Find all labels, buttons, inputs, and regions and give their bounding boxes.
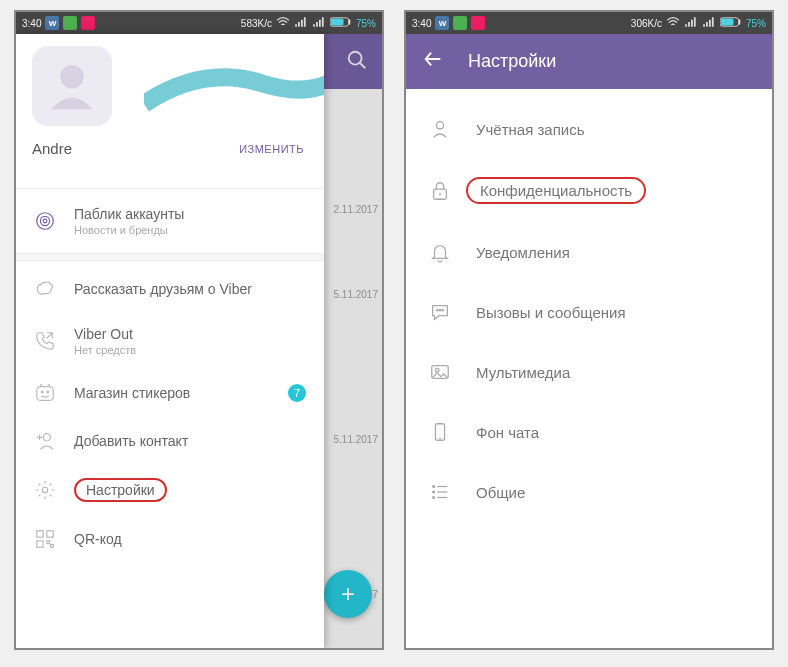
menu-sublabel: Новости и бренды xyxy=(74,224,184,236)
svg-point-6 xyxy=(37,213,54,230)
battery-icon xyxy=(330,16,352,30)
settings-label: Учётная запись xyxy=(476,121,585,138)
sticker-badge: 7 xyxy=(288,384,306,402)
chat-date: 5.11.2017 xyxy=(334,289,379,300)
svg-rect-1 xyxy=(331,19,344,26)
svg-point-3 xyxy=(349,51,362,64)
settings-media[interactable]: Мультимедиа xyxy=(406,342,772,402)
nav-drawer: Andre ИЗМЕНИТЬ Паблик аккаунты Новости и… xyxy=(16,34,324,648)
settings-label: Конфиденциальность xyxy=(480,182,632,199)
status-bar: 3:40 W 306K/с 75% xyxy=(406,12,772,34)
status-bar: 3:40 W 583K/с 75% xyxy=(16,12,382,34)
edit-link[interactable]: ИЗМЕНИТЬ xyxy=(239,143,304,155)
phone-left: 3:40 W 583K/с 75% xyxy=(14,10,384,650)
settings-label: Вызовы и сообщения xyxy=(476,304,626,321)
svg-point-36 xyxy=(433,497,435,499)
menu-tell-friends[interactable]: Рассказать друзьям о Viber xyxy=(16,265,324,313)
page-title: Настройки xyxy=(468,51,556,72)
menu-label: Паблик аккаунты xyxy=(74,206,184,222)
lock-icon xyxy=(428,179,452,203)
chat-date: 2.11.2017 xyxy=(334,204,379,215)
image-icon xyxy=(428,360,452,384)
svg-rect-21 xyxy=(739,19,741,24)
vk-icon: W xyxy=(45,16,59,30)
gear-icon xyxy=(34,479,56,501)
signal-icon xyxy=(294,15,308,31)
viber-logo-icon xyxy=(34,210,56,232)
menu-qr[interactable]: QR-код xyxy=(16,515,324,563)
svg-rect-30 xyxy=(435,424,444,441)
menu-add-contact[interactable]: Добавить контакт xyxy=(16,417,324,465)
net-speed: 583K/с xyxy=(241,18,272,29)
svg-point-12 xyxy=(43,434,50,441)
menu-label: Добавить контакт xyxy=(74,433,188,449)
svg-rect-15 xyxy=(47,531,53,537)
svg-rect-2 xyxy=(349,19,351,24)
sticker-icon xyxy=(34,382,56,404)
decorative-swoosh xyxy=(144,54,324,144)
status-app-icon xyxy=(63,16,77,30)
menu-label: Магазин стикеров xyxy=(74,385,190,401)
menu-label: Рассказать друзьям о Viber xyxy=(74,281,252,297)
clock: 3:40 xyxy=(412,18,431,29)
wifi-icon xyxy=(666,15,680,31)
phone-frame-icon xyxy=(428,420,452,444)
highlight-privacy: Конфиденциальность xyxy=(466,177,646,204)
status-app-icon xyxy=(453,16,467,30)
settings-privacy[interactable]: Конфиденциальность xyxy=(406,159,772,222)
svg-rect-18 xyxy=(51,545,54,548)
menu-public-accounts[interactable]: Паблик аккаунты Новости и бренды xyxy=(16,193,324,249)
settings-label: Уведомления xyxy=(476,244,570,261)
svg-rect-9 xyxy=(37,387,54,401)
menu-viber-out[interactable]: Viber Out Нет средств xyxy=(16,313,324,369)
battery-icon xyxy=(720,16,742,30)
menu-label: Viber Out xyxy=(74,326,133,342)
qr-icon xyxy=(34,528,56,550)
svg-point-25 xyxy=(437,309,438,310)
fab-new[interactable]: + xyxy=(324,570,372,618)
list-icon xyxy=(428,480,452,504)
settings-notifications[interactable]: Уведомления xyxy=(406,222,772,282)
add-contact-icon xyxy=(34,430,56,452)
menu-settings[interactable]: Настройки xyxy=(16,465,324,515)
profile-area: Andre ИЗМЕНИТЬ xyxy=(16,34,324,189)
clock: 3:40 xyxy=(22,18,41,29)
menu-sublabel: Нет средств xyxy=(74,344,136,356)
settings-label: Фон чата xyxy=(476,424,539,441)
account-icon xyxy=(428,117,452,141)
svg-point-5 xyxy=(60,65,83,88)
menu-stickers[interactable]: Магазин стикеров 7 xyxy=(16,369,324,417)
bird-icon xyxy=(34,278,56,300)
svg-point-22 xyxy=(436,122,443,129)
svg-line-4 xyxy=(360,62,366,68)
svg-point-11 xyxy=(47,391,49,393)
signal-icon-2 xyxy=(312,15,326,31)
bell-icon xyxy=(428,240,452,264)
settings-general[interactable]: Общие xyxy=(406,462,772,522)
phone-out-icon xyxy=(34,330,56,352)
avatar[interactable] xyxy=(32,46,112,126)
phone-right: 3:40 W 306K/с 75% Нас xyxy=(404,10,774,650)
settings-background[interactable]: Фон чата xyxy=(406,402,772,462)
settings-header: Настройки xyxy=(406,34,772,89)
svg-rect-17 xyxy=(47,541,50,544)
back-icon[interactable] xyxy=(422,48,444,75)
menu-label: QR-код xyxy=(74,531,122,547)
signal-icon xyxy=(684,15,698,31)
svg-point-13 xyxy=(42,487,48,493)
settings-label: Общие xyxy=(476,484,525,501)
net-speed: 306K/с xyxy=(631,18,662,29)
svg-rect-16 xyxy=(37,541,43,547)
settings-calls[interactable]: Вызовы и сообщения xyxy=(406,282,772,342)
settings-label: Мультимедиа xyxy=(476,364,570,381)
settings-account[interactable]: Учётная запись xyxy=(406,99,772,159)
search-icon[interactable] xyxy=(346,49,368,75)
svg-rect-20 xyxy=(721,19,734,26)
svg-point-32 xyxy=(433,486,435,488)
chat-date: 5.11.2017 xyxy=(334,434,379,445)
chat-icon xyxy=(428,300,452,324)
status-app-icon-2 xyxy=(81,16,95,30)
divider xyxy=(16,253,324,261)
battery-pct: 75% xyxy=(356,18,376,29)
svg-point-27 xyxy=(442,309,443,310)
